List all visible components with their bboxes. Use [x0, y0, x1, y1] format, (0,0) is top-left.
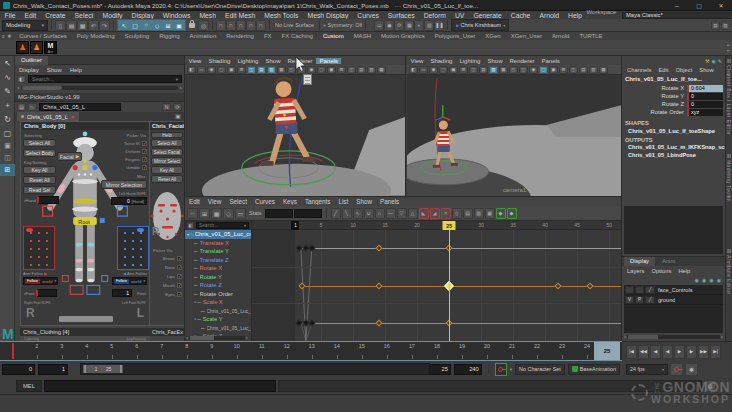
picker-refresh-icon[interactable]: ⟳ — [173, 103, 182, 111]
root-button[interactable]: Root — [78, 219, 90, 225]
viewport-toolbar-icon-8[interactable]: ▤ — [257, 66, 266, 74]
channel-box-node-name[interactable]: Chris_v01_05_Luc_lf_toe... — [625, 76, 702, 82]
shelf-tab-fx[interactable]: FX — [259, 33, 277, 39]
graph-menu-list[interactable]: List — [334, 198, 352, 205]
viewport-toolbar-icon-2[interactable]: ▭ — [197, 66, 206, 74]
mirror-selection-button[interactable]: Mirror Selection — [101, 180, 147, 189]
graph-playhead[interactable] — [449, 230, 450, 341]
save-scene-button[interactable]: ▦ — [77, 20, 88, 31]
checkbox-facial-nose[interactable]: ✓ — [177, 265, 182, 270]
menu-create[interactable]: Create — [41, 12, 70, 19]
picker-pointer-icon[interactable]: ▷ — [28, 103, 37, 111]
viewport-menu-lighting[interactable]: Lighting — [234, 58, 262, 64]
go-to-start-button[interactable]: |◀ — [626, 345, 637, 359]
menu-windows[interactable]: Windows — [158, 12, 195, 19]
key-all-button[interactable]: Key All — [23, 166, 56, 174]
viewport-menu-show[interactable]: Show — [484, 58, 506, 64]
channel-mute-icon[interactable]: ▬ — [194, 283, 198, 287]
range-handle-left[interactable] — [84, 365, 86, 373]
attr-value selected[interactable]: 0.604 — [687, 85, 723, 92]
viewport-toolbar-icon-16[interactable]: ⊞ — [337, 66, 346, 74]
range-slider-bar[interactable]: 1 25 — [83, 365, 123, 373]
viewport-toolbar-icon-7[interactable]: ◫ — [247, 66, 256, 74]
value-snap-icon[interactable]: ◆ — [507, 208, 517, 219]
channel-mute-icon[interactable]: ▬ — [194, 275, 198, 279]
viewport-menu-show[interactable]: Show — [262, 58, 284, 64]
shelf-tab-fx-caching[interactable]: FX Caching — [277, 33, 318, 39]
select-body-button[interactable]: Select Body — [23, 149, 56, 157]
layer-tab-anim[interactable]: Anim — [656, 257, 681, 266]
region-tool-icon[interactable]: ▭ — [235, 208, 246, 219]
viewport-toolbar-icon-8[interactable]: ▤ — [479, 66, 488, 74]
scale-tool[interactable]: ▢ — [0, 126, 15, 140]
left-foot-field[interactable]: 1 — [112, 289, 132, 297]
graph-tree-channel-rotate-z-6[interactable]: ▬Rotate Z — [185, 281, 251, 290]
menu-deform[interactable]: Deform — [419, 12, 450, 19]
spline-tangent-icon[interactable]: ╱ — [331, 208, 341, 219]
graph-tree-channel-rotate-x-4[interactable]: ▬Rotate X — [185, 264, 251, 273]
viewport-menu-view[interactable]: View — [407, 58, 427, 64]
select-all-button[interactable]: Select All — [23, 139, 56, 147]
snap-point-icon[interactable]: ∩ — [236, 20, 246, 31]
viewport-menu-panels[interactable]: Panels — [538, 58, 563, 64]
head-translate-curve[interactable] — [299, 248, 621, 249]
shelf-tab-polygons-user[interactable]: Polygons_User — [430, 33, 481, 39]
channel-mute-icon[interactable]: ▬ — [194, 249, 198, 253]
step-forward-key-button[interactable]: ▶▶ — [698, 345, 709, 359]
four-pane-layout-button[interactable]: ⊞ — [0, 164, 15, 176]
viewport-toolbar-icon-19[interactable]: ▥ — [589, 66, 598, 74]
mirror-select-facial-button[interactable]: Mirror Select — [151, 157, 183, 165]
menu-set-selector[interactable]: Modeling▾ — [2, 20, 48, 31]
right-thumb-dot[interactable] — [137, 228, 144, 232]
outliner-menu-display[interactable]: Display — [19, 67, 39, 73]
channel-attr-rotate-z[interactable]: Rotate Z0 — [622, 100, 723, 108]
menu-curves[interactable]: Curves — [353, 12, 384, 19]
viewport-menu-shading[interactable]: Shading — [427, 58, 456, 64]
attr-value[interactable]: 0 — [687, 101, 723, 108]
select-all-facial-button[interactable]: Select All — [151, 139, 183, 147]
shelf-tab-arnold[interactable]: Arnold — [547, 33, 574, 39]
viewport-menu-renderer[interactable]: Renderer — [506, 58, 538, 64]
command-language-toggle[interactable]: MEL — [16, 380, 42, 392]
outliner-menu-show[interactable]: Show — [47, 67, 62, 73]
shelf-tab-curves-surfaces[interactable]: Curves / Surfaces — [14, 33, 72, 39]
fast-tangent-icon[interactable]: ∩ — [375, 208, 385, 219]
shelf-tab-rendering[interactable]: Rendering — [221, 33, 259, 39]
viewport-toolbar-icon-6[interactable]: ⊞ — [237, 66, 246, 74]
lock-selection-icon[interactable] — [189, 23, 195, 28]
sidebar-tab-channel-box-layer-editor[interactable]: Channel Box / Layer Editor — [726, 56, 732, 151]
select-tool[interactable]: ↖ — [0, 56, 15, 70]
break-tangent-icon[interactable]: ◣ — [419, 208, 429, 219]
checkbox-gimble[interactable]: ✓ — [142, 165, 147, 170]
range-handle-right[interactable] — [120, 365, 122, 373]
graph-tree-channel-translate-x-1[interactable]: ▬Translate X — [185, 239, 251, 248]
menu-display[interactable]: Display — [127, 12, 158, 19]
rfoot-field[interactable] — [36, 289, 57, 297]
shelf-tab-animation[interactable]: Animation — [185, 33, 222, 39]
open-scene-button[interactable]: ▤ — [66, 20, 77, 31]
undo-button[interactable]: ↶ — [88, 20, 99, 31]
viewport-toolbar-icon-1[interactable]: ◧ — [409, 66, 418, 74]
render-refresh-button[interactable]: ⟳ — [394, 20, 404, 31]
graph-tree-channel-rotate-order-7[interactable]: ▬Rotate Order — [185, 290, 251, 299]
selection-mask-icon-6[interactable]: ▣ — [174, 20, 184, 30]
shelf-tab-poly-modeling[interactable]: Poly Modeling — [72, 33, 120, 39]
viewport-toolbar-icon-4[interactable]: ▢ — [217, 66, 226, 74]
viewport-toolbar-icon-6[interactable]: ⊞ — [459, 66, 468, 74]
lasso-tool[interactable]: ∿ — [0, 70, 15, 84]
clamped-tangent-icon[interactable]: ∿ — [353, 208, 363, 219]
stats-field-1[interactable] — [265, 209, 293, 218]
checkbox-facial-eyes[interactable]: ✓ — [177, 292, 182, 297]
viewport-toolbar-icon-18[interactable]: ▤ — [579, 66, 588, 74]
graph-menu-edit[interactable]: Edit — [185, 198, 204, 205]
light-toggle-button[interactable]: ◐ — [414, 20, 424, 31]
play-forwards-button[interactable]: ▶ — [674, 345, 685, 359]
speed-state-icon[interactable]: ◉ — [711, 58, 715, 64]
tab-outliner[interactable]: Outliner — [15, 56, 48, 65]
move-nearest-key-icon[interactable]: ↔ — [187, 208, 198, 219]
checkbox-facial-mouth[interactable]: ✓ — [177, 283, 182, 288]
layer-playback-toggle[interactable]: P — [635, 296, 644, 304]
camera1-scene[interactable]: camera1 — [407, 75, 621, 196]
viewport-toolbar-icon-15[interactable]: ▣ — [549, 66, 558, 74]
edit-pencil-icon[interactable]: ✎ — [718, 58, 722, 64]
